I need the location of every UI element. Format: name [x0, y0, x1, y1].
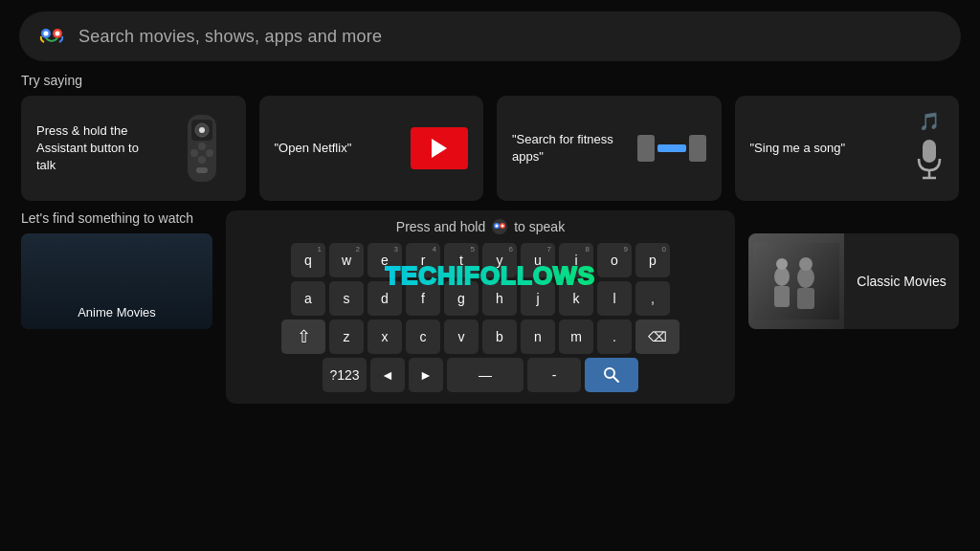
kb-key-y[interactable]: y6 [482, 243, 517, 277]
kb-key-comma[interactable]: , [635, 281, 670, 316]
kb-header: Press and hold to speak [235, 218, 725, 235]
bottom-section: Let's find something to watch Anime Movi… [21, 210, 959, 404]
kb-key-d[interactable]: d [368, 281, 402, 316]
kb-key-backspace[interactable]: ⌫ [635, 320, 679, 354]
svg-point-27 [776, 258, 788, 270]
try-card-netflix[interactable]: "Open Netflix" [259, 96, 484, 201]
kb-key-m[interactable]: m [559, 320, 593, 354]
kb-key-e[interactable]: e3 [368, 243, 402, 277]
mic-visual: 🎵 [915, 111, 944, 186]
svg-rect-25 [753, 243, 839, 320]
try-card-netflix-text: "Open Netflix" [275, 140, 352, 157]
try-card-remote-text: Press & hold the Assistant button to tal… [36, 122, 143, 175]
kb-key-p[interactable]: p0 [635, 243, 670, 277]
try-cards-container: Press & hold the Assistant button to tal… [21, 96, 959, 201]
kb-key-sym[interactable]: ?123 [323, 358, 367, 392]
keyboard-container: Press and hold to speak q1 w2 e3 r4 t5 y… [226, 210, 735, 404]
kb-header-text: Press and hold [396, 219, 485, 234]
svg-point-10 [206, 149, 213, 157]
dumbbell-visual [637, 135, 706, 162]
kb-key-n[interactable]: n [521, 320, 555, 354]
svg-rect-31 [797, 288, 814, 309]
kb-key-h[interactable]: h [482, 281, 517, 316]
kb-key-a[interactable]: a [291, 281, 325, 316]
kb-key-b[interactable]: b [482, 320, 517, 354]
svg-point-4 [56, 32, 60, 36]
kb-key-c[interactable]: c [406, 320, 440, 354]
kb-key-k[interactable]: k [559, 281, 593, 316]
try-card-sing-text: "Sing me a song" [750, 140, 846, 157]
find-section-label: Let's find something to watch [21, 210, 212, 226]
classic-movies-card[interactable]: Classic Movies [748, 233, 959, 329]
netflix-visual [411, 127, 468, 169]
try-card-fitness[interactable]: "Search for fitness apps" [497, 96, 722, 201]
kb-key-v[interactable]: v [444, 320, 479, 354]
anime-movies-card[interactable]: Anime Movies [21, 233, 212, 329]
try-saying-label: Try saying [21, 73, 959, 88]
kb-key-x[interactable]: x [368, 320, 402, 354]
kb-key-left[interactable]: ◄ [370, 358, 405, 392]
svg-line-23 [613, 377, 618, 382]
kb-assistant-icon [491, 218, 508, 235]
kb-row-1: q1 w2 e3 r4 t5 y6 u7 i8 o9 p0 [235, 243, 725, 277]
svg-point-9 [190, 149, 198, 157]
classic-movies-image [748, 233, 844, 329]
kb-key-q[interactable]: q1 [291, 243, 325, 277]
svg-point-30 [799, 257, 813, 271]
svg-point-20 [496, 225, 499, 228]
kb-key-i[interactable]: i8 [559, 243, 593, 277]
try-card-fitness-text: "Search for fitness apps" [512, 131, 618, 165]
svg-point-12 [198, 156, 206, 164]
kb-key-w[interactable]: w2 [329, 243, 364, 277]
kb-key-z[interactable]: z [329, 320, 364, 354]
kb-key-g[interactable]: g [444, 281, 479, 316]
kb-header-suffix: to speak [514, 219, 565, 234]
svg-rect-13 [196, 167, 208, 173]
kb-key-l[interactable]: l [597, 281, 632, 316]
kb-key-j[interactable]: j [521, 281, 555, 316]
classic-movies-section: Classic Movies [748, 210, 959, 329]
kb-key-o[interactable]: o9 [597, 243, 632, 277]
try-card-sing[interactable]: "Sing me a song" 🎵 [735, 96, 960, 201]
search-input[interactable]: Search movies, shows, apps and more [78, 27, 944, 47]
anime-movies-title: Anime Movies [78, 305, 156, 320]
kb-key-shift[interactable]: ⇧ [281, 320, 325, 354]
svg-rect-14 [923, 140, 936, 163]
google-assistant-icon [36, 21, 67, 52]
svg-rect-28 [774, 286, 790, 307]
kb-key-search[interactable] [585, 358, 638, 392]
svg-point-11 [198, 143, 206, 150]
search-bar[interactable]: Search movies, shows, apps and more [19, 11, 961, 61]
kb-key-u[interactable]: u7 [521, 243, 555, 277]
kb-row-3: ⇧ z x c v b n m . ⌫ [235, 320, 725, 354]
kb-key-dash[interactable]: - [527, 358, 581, 392]
remote-visual [173, 110, 231, 187]
kb-key-space[interactable]: — [447, 358, 523, 392]
kb-row-4: ?123 ◄ ► — - [235, 358, 725, 392]
kb-key-f[interactable]: f [406, 281, 440, 316]
kb-key-s[interactable]: s [329, 281, 364, 316]
svg-point-3 [44, 32, 49, 36]
try-card-remote[interactable]: Press & hold the Assistant button to tal… [21, 96, 246, 201]
kb-key-t[interactable]: t5 [444, 243, 479, 277]
svg-point-8 [199, 127, 205, 133]
kb-row-2: a s d f g h j k l , [235, 281, 725, 316]
kb-key-right[interactable]: ► [409, 358, 443, 392]
kb-key-period[interactable]: . [597, 320, 632, 354]
find-section: Let's find something to watch Anime Movi… [21, 210, 212, 329]
kb-key-r[interactable]: r4 [406, 243, 440, 277]
svg-point-21 [501, 225, 504, 228]
classic-movies-title: Classic Movies [844, 274, 959, 289]
